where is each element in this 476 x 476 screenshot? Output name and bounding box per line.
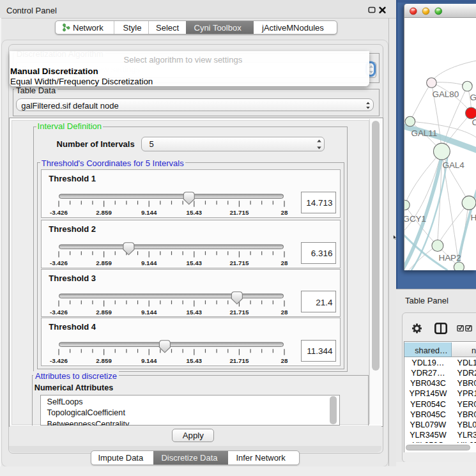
svg-text:15.43: 15.43: [186, 357, 202, 364]
svg-text:9.144: 9.144: [141, 209, 157, 216]
svg-text:9.144: 9.144: [141, 357, 157, 364]
svg-text:28: 28: [280, 259, 288, 266]
svg-text:15.43: 15.43: [186, 259, 202, 266]
svg-text:2.859: 2.859: [96, 209, 112, 216]
svg-text:21.715: 21.715: [229, 209, 249, 216]
svg-text:GAL80: GAL80: [432, 89, 459, 99]
svg-text:21.715: 21.715: [229, 259, 249, 266]
svg-text:9.144: 9.144: [141, 259, 157, 266]
svg-text:-3.426: -3.426: [50, 209, 68, 216]
svg-text:2.859: 2.859: [96, 309, 112, 316]
svg-text:28: 28: [280, 309, 288, 316]
svg-text:9.144: 9.144: [141, 309, 157, 316]
svg-text:HAP2: HAP2: [438, 253, 461, 263]
svg-text:GAL: GAL: [470, 93, 476, 102]
svg-text:-3.426: -3.426: [50, 357, 68, 364]
svg-text:CY: CY: [472, 118, 476, 128]
svg-text:15.43: 15.43: [186, 209, 202, 216]
svg-text:GCY1: GCY1: [404, 214, 426, 224]
svg-text:-3.426: -3.426: [50, 259, 68, 266]
svg-text:GAL4: GAL4: [442, 160, 464, 170]
svg-text:GAL11: GAL11: [411, 128, 437, 138]
svg-text:2.859: 2.859: [96, 259, 112, 266]
svg-text:2.859: 2.859: [96, 357, 112, 364]
svg-text:H: H: [470, 213, 476, 222]
svg-text:-3.426: -3.426: [50, 309, 68, 316]
svg-text:28: 28: [280, 357, 288, 364]
svg-text:21.715: 21.715: [229, 309, 249, 316]
svg-text:15.43: 15.43: [186, 309, 202, 316]
svg-text:28: 28: [280, 209, 288, 216]
svg-text:21.715: 21.715: [229, 357, 249, 364]
